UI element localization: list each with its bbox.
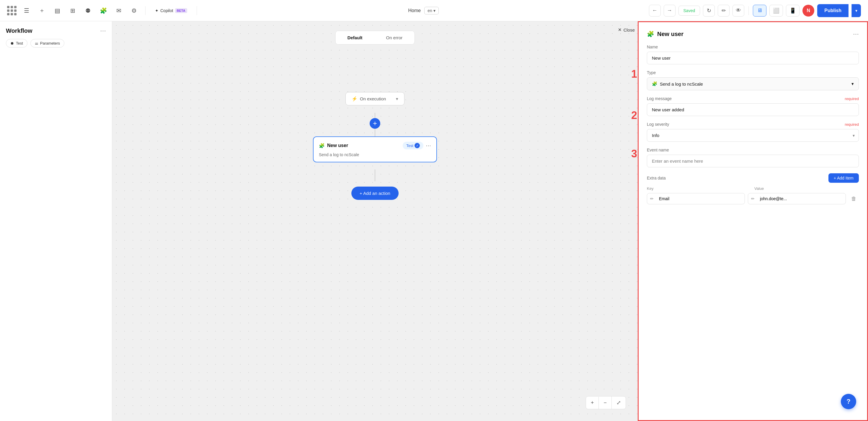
event-name-input[interactable] — [647, 155, 859, 168]
nav-right: ← → Saved ↻ ✏ 👁 🖥 ⬜ 📱 N Publish ▾ — [649, 4, 861, 17]
preview-button[interactable]: 👁 — [733, 5, 744, 17]
test-button[interactable]: ⏺ Test — [6, 39, 27, 48]
parameters-icon: ⚌ — [35, 41, 38, 46]
edit-pen-button[interactable]: ✏ — [718, 5, 730, 17]
right-panel-menu-button[interactable]: ⋯ — [853, 30, 859, 37]
action-card-controls: Test ✓ ⋯ — [403, 142, 431, 149]
list-icon[interactable]: ☰ — [21, 5, 32, 16]
apps-grid-icon[interactable] — [7, 6, 17, 16]
connector-line-bottom — [375, 170, 375, 181]
help-button[interactable]: ? — [841, 394, 856, 409]
tab-on-error[interactable]: On error — [374, 31, 414, 44]
zoom-fit-button[interactable]: ⤢ — [612, 396, 626, 409]
publish-button[interactable]: Publish — [817, 4, 848, 17]
topnav: ☰ ＋ ▤ ⊞ ⚉ 🧩 ✉ ⚙ ✦ Copilot BETA Home en ▾… — [0, 0, 868, 21]
puzzle-card-icon: 🧩 — [319, 143, 325, 149]
redo-button[interactable]: → — [664, 5, 676, 17]
tablet-view-button[interactable]: ⬜ — [769, 5, 783, 17]
zoom-in-button[interactable]: + — [586, 397, 599, 409]
canvas[interactable]: Default On error ⚡ On execution ▾ + 🧩 Ne… — [112, 21, 638, 421]
zoom-out-button[interactable]: − — [599, 397, 612, 409]
close-button[interactable]: ✕ Close — [618, 27, 635, 32]
type-value: Send a log to ncScale — [660, 82, 703, 87]
type-chevron: ▾ — [851, 81, 854, 87]
settings-icon[interactable]: ⚙ — [129, 5, 140, 16]
publish-caret-button[interactable]: ▾ — [851, 4, 861, 17]
layers-icon[interactable]: ⊞ — [67, 5, 78, 16]
title-puzzle-icon: 🧩 — [647, 30, 654, 37]
parameters-button[interactable]: ⚌ Parameters — [30, 39, 64, 48]
on-execution-label: On execution — [360, 96, 386, 101]
value-input-wrapper: ✏ — [748, 193, 846, 204]
copilot-button[interactable]: ✦ Copilot BETA — [151, 7, 191, 14]
close-x-icon: ✕ — [618, 27, 622, 32]
event-name-field-group: Event name — [647, 148, 859, 168]
device-divider — [748, 6, 749, 15]
nav-center: Home en ▾ — [203, 7, 644, 14]
key-icon: ✏ — [647, 196, 657, 201]
value-icon: ✏ — [748, 196, 757, 201]
key-input[interactable] — [657, 193, 745, 204]
on-execution-chevron: ▾ — [396, 96, 398, 101]
desktop-view-button[interactable]: 🖥 — [753, 5, 767, 17]
type-field-group: Type 🧩 Send a log to ncScale ▾ — [647, 70, 859, 90]
log-severity-required: required — [845, 122, 859, 127]
mobile-view-button[interactable]: 📱 — [786, 5, 800, 17]
extra-data-row: ✏ ✏ 🗑 — [647, 193, 859, 204]
value-input[interactable] — [757, 193, 845, 204]
delete-row-button[interactable]: 🗑 — [849, 193, 859, 204]
log-severity-field-group: Log severity required Info Warning Error — [647, 122, 859, 142]
people-icon[interactable]: ⚉ — [83, 5, 93, 16]
avatar[interactable]: N — [802, 5, 814, 17]
name-field-group: Name — [647, 44, 859, 64]
puzzle-icon[interactable]: 🧩 — [98, 5, 108, 16]
canvas-tabs: Default On error — [335, 31, 415, 44]
extra-data-cols: Key Value — [647, 186, 859, 191]
type-select-left: 🧩 Send a log to ncScale — [652, 81, 703, 87]
test-check-icon: ✓ — [414, 143, 420, 148]
file-icon[interactable]: ▤ — [52, 5, 63, 16]
refresh-button[interactable]: ↻ — [703, 5, 715, 17]
left-panel: Workflow ⋯ ⏺ Test ⚌ Parameters — [0, 21, 112, 421]
panel-actions: ⏺ Test ⚌ Parameters — [6, 39, 106, 48]
language-selector[interactable]: en ▾ — [424, 7, 439, 14]
plus-icon[interactable]: ＋ — [37, 5, 47, 16]
value-col-header: Value — [754, 186, 859, 191]
plus-icon: + — [373, 119, 377, 127]
undo-button[interactable]: ← — [649, 5, 661, 17]
log-severity-select[interactable]: Info Warning Error — [647, 129, 859, 142]
add-item-button[interactable]: + Add Item — [829, 173, 859, 183]
saved-label: Saved — [683, 8, 695, 13]
action-menu-button[interactable]: ⋯ — [426, 142, 431, 149]
event-name-label: Event name — [647, 148, 859, 152]
log-message-input[interactable] — [647, 103, 859, 116]
panel-title: Workflow — [6, 27, 32, 34]
saved-button[interactable]: Saved — [678, 6, 700, 16]
panel-menu-button[interactable]: ⋯ — [100, 27, 106, 34]
extra-data-label: Extra data — [647, 176, 666, 180]
add-step-button[interactable]: + — [370, 118, 380, 129]
type-selector[interactable]: 🧩 Send a log to ncScale ▾ — [647, 77, 859, 90]
panel-node-title: New user — [657, 31, 683, 37]
tab-default[interactable]: Default — [336, 31, 374, 44]
add-action-button[interactable]: + Add an action — [351, 187, 399, 200]
mail-icon[interactable]: ✉ — [113, 5, 124, 16]
log-severity-wrapper: Info Warning Error — [647, 129, 859, 142]
test-label: Test — [16, 41, 23, 46]
action-card: 🧩 New user Test ✓ ⋯ Send a log to ncScal… — [313, 137, 437, 162]
nav-divider — [145, 6, 146, 15]
log-message-required: required — [845, 96, 859, 101]
extra-data-group: Extra data + Add Item Key Value ✏ ✏ 🗑 — [647, 173, 859, 204]
name-input[interactable] — [647, 52, 859, 64]
beta-badge: BETA — [175, 8, 187, 13]
action-test-badge[interactable]: Test ✓ — [403, 142, 423, 149]
close-label: Close — [624, 27, 635, 32]
log-severity-label: Log severity required — [647, 122, 859, 127]
main-layout: Workflow ⋯ ⏺ Test ⚌ Parameters Default O… — [0, 21, 868, 421]
key-col-header: Key — [647, 186, 751, 191]
action-title-text: New user — [327, 143, 348, 148]
log-message-field-group: Log message required — [647, 96, 859, 116]
on-execution-node[interactable]: ⚡ On execution ▾ — [345, 92, 404, 106]
right-panel-header: 🧩 New user ⋯ — [647, 30, 859, 37]
copilot-label: Copilot — [160, 8, 173, 13]
